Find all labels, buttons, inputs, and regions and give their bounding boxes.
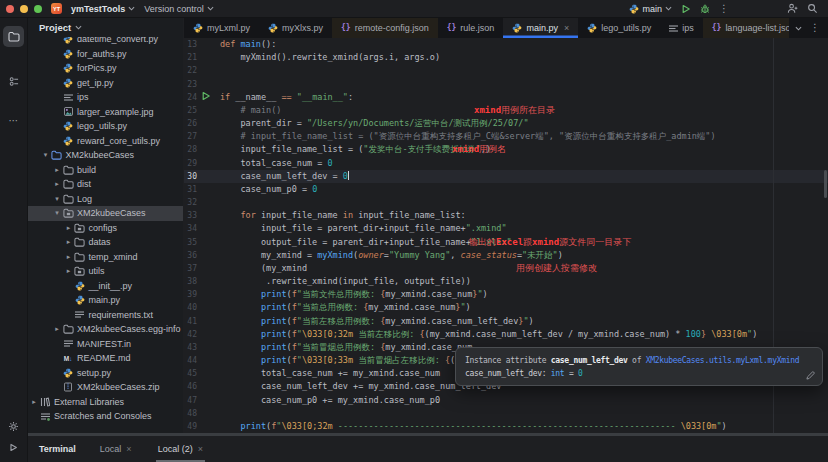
line-number[interactable]: 42	[184, 328, 197, 341]
chevron-right-icon[interactable]: ▸	[64, 253, 74, 261]
line-number[interactable]: 25	[184, 104, 197, 117]
line-number[interactable]: 13	[184, 38, 197, 51]
code-line-30[interactable]: case_num_left_dev = 0	[220, 170, 349, 183]
tree-item-datas[interactable]: ▸datas	[28, 235, 183, 250]
chevron-right-icon[interactable]: ▸	[52, 180, 62, 188]
close-button[interactable]	[6, 5, 14, 13]
line-number[interactable]: 49	[184, 420, 197, 433]
tree-item-temp-xmind[interactable]: ▸temp_xmind	[28, 250, 183, 265]
line-number[interactable]: 37	[184, 262, 197, 275]
code-line-29[interactable]: total_case_num = 0	[220, 157, 333, 170]
editor-tab-lego-utils-py[interactable]: lego_utils.py	[578, 18, 660, 38]
close-icon[interactable]: ×	[126, 444, 131, 454]
line-number[interactable]: 23	[184, 78, 197, 91]
chevron-down-icon[interactable]: ▾	[52, 209, 62, 217]
code-line-45[interactable]: total_case_num += my_xmind.case_num	[220, 367, 440, 380]
tree-item-for-auths-py[interactable]: for_auths.py	[28, 47, 183, 62]
code-line-28[interactable]: input_file_name_list = ("发奖中台-支付手续费折扣券",…	[220, 143, 491, 156]
line-number[interactable]: 34	[184, 222, 197, 235]
terminal-tab-local-2[interactable]: Local (2)×	[156, 436, 205, 462]
line-number[interactable]: 22	[184, 64, 197, 77]
line-number[interactable]: 46	[184, 380, 197, 393]
code-line-43[interactable]: print(f"当前冒烟总用例数: {my_xmind.case_num_	[220, 341, 477, 354]
minimize-button[interactable]	[20, 5, 28, 13]
chevron-down-icon[interactable]: ▾	[41, 151, 51, 159]
code-line-21[interactable]: myXmind().rewrite_xmind(args.i, args.o)	[220, 51, 440, 64]
chevron-right-icon[interactable]: ▸	[29, 398, 39, 406]
chevron-right-icon[interactable]: ▸	[64, 267, 74, 275]
tree-item-log[interactable]: ▾Log	[28, 192, 183, 207]
search-everywhere-button[interactable]	[807, 3, 818, 14]
line-number[interactable]: 30	[184, 170, 197, 183]
chevron-right-icon[interactable]: ▸	[64, 224, 74, 232]
project-tool-button[interactable]	[3, 26, 24, 47]
editor-tab-main-py[interactable]: main.py×	[503, 18, 578, 38]
code-line-42[interactable]: print(f"\033[0;32m 当前左移比例: {(my_xmind.ca…	[220, 328, 757, 341]
debug-button[interactable]	[700, 4, 710, 14]
project-switcher[interactable]: ymTestTools	[71, 4, 135, 14]
tree-item-ips[interactable]: ips	[28, 90, 183, 105]
chevron-right-icon[interactable]: ▸	[52, 166, 62, 174]
line-number[interactable]: 26	[184, 117, 197, 130]
code-line-39[interactable]: print(f"当前文件总用例数: {my_xmind.case_num}")	[220, 288, 488, 301]
close-icon[interactable]: ×	[564, 23, 569, 33]
code-line-33[interactable]: for input_file_name in input_file_name_l…	[220, 209, 466, 222]
code-line-44[interactable]: print(f"\033[0;33m 当前冒烟占左移比例: {(my_x	[220, 354, 476, 367]
tree-item-manifest-in[interactable]: MANIFEST.in	[28, 337, 183, 352]
code-line-24[interactable]: if __name__ == "__main__":	[220, 91, 353, 104]
code-line-38[interactable]: .rewrite_xmind(input_file, output_file))	[220, 275, 471, 288]
run-gutter-icon[interactable]	[201, 91, 211, 101]
run-button[interactable]	[681, 4, 691, 14]
line-number[interactable]: 36	[184, 249, 197, 262]
tooltip-class-link[interactable]: XM2kubeeCases.utils.myLxml.myXmind	[646, 356, 800, 365]
editor-tab-ips[interactable]: ips	[660, 18, 703, 38]
run-tool-button[interactable]	[3, 437, 24, 458]
tree-item-configs[interactable]: ▸configs	[28, 221, 183, 236]
more-tools-button[interactable]: ⋯	[3, 110, 24, 131]
tree-item-requirements-txt[interactable]: requirements.txt	[28, 308, 183, 323]
code-line-31[interactable]: case_num_p0 = 0	[220, 183, 317, 196]
tree-item-build[interactable]: ▸build	[28, 163, 183, 178]
tree-item-readme-md[interactable]: M↓README.md	[28, 351, 183, 366]
commit-tool-button[interactable]	[3, 71, 24, 92]
tree-item-get-ip-py[interactable]: get_ip.py	[28, 76, 183, 91]
line-number[interactable]: 41	[184, 315, 197, 328]
code-line-47[interactable]: case_num_p0 += my_xmind.case_num_p0	[220, 394, 440, 407]
tree-item-main-py[interactable]: main.py	[28, 293, 183, 308]
line-number[interactable]: 47	[184, 394, 197, 407]
pencil-icon[interactable]	[806, 371, 815, 380]
line-number[interactable]: 21	[184, 51, 197, 64]
close-icon[interactable]: ×	[198, 444, 203, 454]
code-line-49[interactable]: print(f"\033[0;32m ---------------------…	[220, 420, 727, 433]
line-number[interactable]: 39	[184, 288, 197, 301]
tree-item-reward-core-utils-py[interactable]: reward_core_utils.py	[28, 134, 183, 149]
line-number[interactable]: 33	[184, 209, 197, 222]
chevron-right-icon[interactable]: ▸	[52, 325, 62, 333]
editor-scrollbar-thumb[interactable]	[824, 170, 827, 198]
line-number[interactable]: 35	[184, 236, 197, 249]
line-number[interactable]: 43	[184, 341, 197, 354]
code-line-41[interactable]: print(f"当前左移总用例数: {my_xmind.case_num_lef…	[220, 315, 534, 328]
line-number[interactable]: 32	[184, 196, 197, 209]
code-line-25[interactable]: # main()	[220, 104, 281, 117]
line-number[interactable]: 44	[184, 354, 197, 367]
tree-item-utils[interactable]: ▸utils	[28, 264, 183, 279]
tree-item-scratches-and-consoles[interactable]: Scratches and Consoles	[28, 409, 183, 424]
zoom-button[interactable]	[34, 5, 42, 13]
project-panel-header[interactable]: Project	[28, 18, 183, 37]
line-number[interactable]: 31	[184, 183, 197, 196]
code-line-27[interactable]: # input_file_name_list = ("资源位中台重构支持多租户_…	[220, 130, 716, 143]
terminal-tab-local[interactable]: Local×	[98, 436, 134, 462]
code-line-13[interactable]: def main():	[220, 38, 276, 51]
chevron-right-icon[interactable]: ▸	[64, 238, 74, 246]
line-number[interactable]: 27	[184, 130, 197, 143]
tree-item-xm2kubeecases-zip[interactable]: XM2kubeeCases.zip	[28, 380, 183, 395]
chevron-down-icon[interactable]: ▾	[52, 195, 62, 203]
line-number[interactable]: 29	[184, 157, 197, 170]
line-number[interactable]: 45	[184, 367, 197, 380]
settings-button[interactable]	[3, 416, 24, 437]
code-line-35[interactable]: output_file = parent_dir+input_file_name…	[220, 236, 512, 249]
run-config-switcher[interactable]: main	[629, 4, 672, 14]
tree-item-dist[interactable]: ▸dist	[28, 177, 183, 192]
line-number[interactable]: 48	[184, 407, 197, 420]
